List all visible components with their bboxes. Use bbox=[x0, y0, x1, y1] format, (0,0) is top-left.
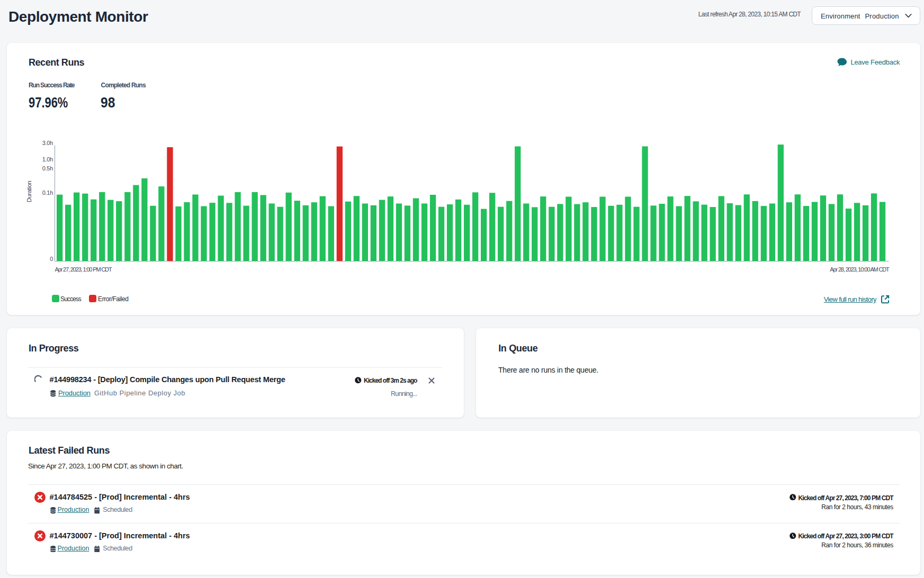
svg-text:Duration: Duration bbox=[26, 181, 32, 202]
svg-text:Apr 27, 2023, 1:00 PM CDT: Apr 27, 2023, 1:00 PM CDT bbox=[55, 266, 112, 273]
svg-text:0.1h: 0.1h bbox=[42, 189, 53, 196]
svg-text:0.5h: 0.5h bbox=[42, 165, 53, 171]
svg-text:0: 0 bbox=[50, 256, 53, 262]
svg-text:3.0h: 3.0h bbox=[42, 140, 53, 146]
svg-text:1.0h: 1.0h bbox=[42, 156, 53, 162]
svg-text:Apr 28, 2023, 10:00 AM CDT: Apr 28, 2023, 10:00 AM CDT bbox=[830, 266, 890, 273]
